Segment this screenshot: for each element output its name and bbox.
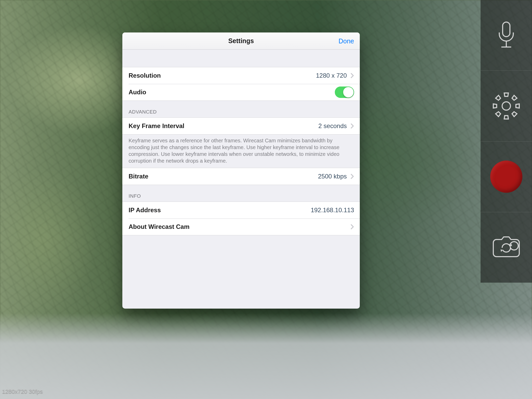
chevron-right-icon	[350, 224, 354, 230]
settings-panel: Settings Done Resolution 1280 x 720 Audi…	[122, 32, 360, 309]
ip-value: 192.168.10.113	[311, 207, 354, 214]
section-header-advanced: ADVANCED	[122, 101, 360, 117]
right-toolbar	[481, 0, 532, 283]
microphone-button[interactable]	[481, 0, 532, 71]
keyframe-row[interactable]: Key Frame Interval 2 seconds	[122, 118, 360, 134]
flip-camera-button[interactable]	[481, 212, 532, 283]
group-bitrate: Bitrate 2500 kbps	[122, 168, 360, 185]
panel-header: Settings Done	[122, 32, 360, 50]
about-row[interactable]: About Wirecast Cam	[122, 218, 360, 235]
resolution-fps-overlay: 1280x720 30fps	[2, 388, 43, 395]
keyframe-value: 2 seconds	[318, 122, 347, 130]
audio-row: Audio	[122, 84, 360, 101]
group-info: IP Address 192.168.10.113 About Wirecast…	[122, 202, 360, 235]
resolution-value: 1280 x 720	[316, 72, 347, 79]
bitrate-row[interactable]: Bitrate 2500 kbps	[122, 168, 360, 185]
group-keyframe: Key Frame Interval 2 seconds	[122, 117, 360, 135]
gear-icon	[492, 92, 520, 120]
bitrate-label: Bitrate	[129, 173, 318, 180]
resolution-label: Resolution	[129, 72, 316, 79]
svg-rect-0	[503, 22, 510, 37]
microphone-icon	[496, 21, 516, 50]
camera-flip-icon	[491, 235, 522, 259]
camera-preview-ground	[0, 313, 532, 399]
bitrate-value: 2500 kbps	[318, 173, 347, 180]
done-button[interactable]: Done	[338, 32, 354, 50]
section-header-info: INFO	[122, 185, 360, 202]
record-button[interactable]	[481, 142, 532, 212]
record-icon	[490, 161, 522, 193]
group-basic: Resolution 1280 x 720 Audio	[122, 67, 360, 101]
audio-toggle[interactable]	[335, 87, 354, 98]
ip-row: IP Address 192.168.10.113	[122, 202, 360, 218]
about-label: About Wirecast Cam	[129, 223, 347, 230]
svg-point-3	[502, 102, 510, 110]
toggle-knob	[343, 87, 354, 97]
header-spacer	[122, 50, 360, 67]
resolution-row[interactable]: Resolution 1280 x 720	[122, 67, 360, 84]
chevron-right-icon	[350, 174, 354, 179]
keyframe-label: Key Frame Interval	[129, 122, 318, 130]
chevron-right-icon	[350, 123, 354, 129]
keyframe-footnote: Keyframe serves as a reference for other…	[122, 135, 360, 168]
audio-label: Audio	[129, 89, 335, 96]
ip-label: IP Address	[129, 207, 311, 214]
panel-title: Settings	[228, 37, 254, 45]
settings-button[interactable]	[481, 71, 532, 141]
chevron-right-icon	[350, 73, 354, 78]
